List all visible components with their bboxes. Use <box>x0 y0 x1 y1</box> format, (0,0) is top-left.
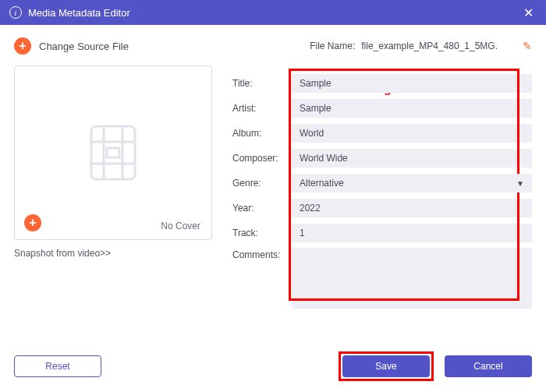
change-source-label: Change Source File <box>39 41 129 52</box>
titlebar: i Media Metadata Editor ✕ <box>0 0 546 25</box>
snapshot-link[interactable]: Snapshot from video>> <box>14 248 212 259</box>
genre-label: Genre: <box>232 178 292 189</box>
title-label: Title: <box>232 78 292 89</box>
track-label: Track: <box>232 228 292 238</box>
edit-filename-icon[interactable]: ✎ <box>523 40 532 52</box>
cover-box[interactable]: + No Cover <box>14 65 212 240</box>
genre-select[interactable] <box>292 174 532 192</box>
cover-placeholder-icon <box>76 115 151 190</box>
svg-rect-0 <box>91 126 135 179</box>
plus-icon: + <box>14 37 31 55</box>
cancel-button[interactable]: Cancel <box>445 355 532 377</box>
comments-textarea[interactable] <box>292 248 532 309</box>
album-input[interactable] <box>292 124 532 143</box>
filename-value: file_example_MP4_480_1_5MG. <box>361 41 498 51</box>
title-input[interactable] <box>292 74 532 93</box>
annotation-save-box: Save <box>339 351 434 381</box>
source-row: + Change Source File File Name: file_exa… <box>14 37 532 55</box>
add-cover-icon[interactable]: + <box>24 214 41 231</box>
artist-input[interactable] <box>292 99 532 118</box>
year-label: Year: <box>232 203 292 214</box>
save-button[interactable]: Save <box>342 355 430 377</box>
track-input[interactable] <box>292 224 532 242</box>
window-title: Media Metadata Editor <box>28 7 130 19</box>
filename-label: File Name: <box>310 41 355 51</box>
change-source-button[interactable]: + Change Source File <box>14 37 129 55</box>
composer-label: Composer: <box>232 153 292 164</box>
artist-label: Artist: <box>232 103 292 114</box>
composer-input[interactable] <box>292 149 532 168</box>
album-label: Album: <box>232 128 292 139</box>
comments-label: Comments: <box>232 248 292 260</box>
fields-col: Title: Artist: Album: Composer: Genre: ▼ <box>232 73 532 309</box>
reset-button[interactable]: Reset <box>14 355 101 377</box>
no-cover-label: No Cover <box>161 221 200 231</box>
close-icon[interactable]: ✕ <box>520 5 537 20</box>
footer: Reset Save Cancel <box>14 351 532 381</box>
year-input[interactable] <box>292 199 532 217</box>
svg-rect-1 <box>107 148 119 157</box>
info-icon: i <box>9 6 22 19</box>
